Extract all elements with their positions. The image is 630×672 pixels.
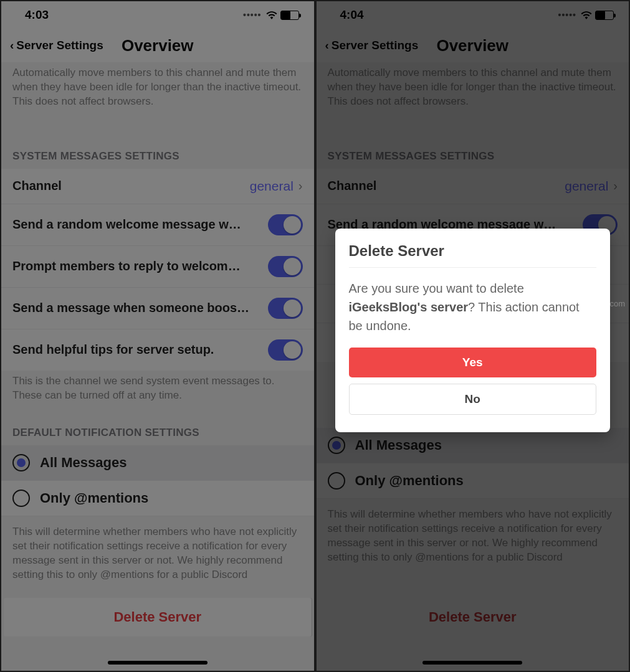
button-label: No [465,392,480,405]
notif-help-text: This will determine whether members who … [1,516,314,592]
row-toggle-tips[interactable]: Send helpful tips for server setup. [1,329,314,371]
battery-icon [280,11,299,20]
back-button[interactable]: ‹ Server Settings [10,39,103,52]
delete-server-modal: Delete Server Are you sure you want to d… [335,229,611,432]
back-label: Server Settings [16,39,103,52]
radio-only-mentions[interactable]: Only @mentions [1,481,314,516]
row-toggle-boost[interactable]: Send a message when someone boos… [1,288,314,329]
toggle-switch[interactable] [268,339,303,361]
row-label: Send a message when someone boos… [12,301,268,315]
delete-server-button[interactable]: Delete Server [4,598,312,637]
row-label: Send a random welcome message w… [12,217,268,232]
radio-icon [12,490,30,507]
row-channel[interactable]: Channel general › [1,169,314,204]
modal-body: Are you sure you want to delete iGeeksBl… [349,279,597,335]
radio-label: All Messages [40,455,126,471]
row-toggle-welcome[interactable]: Send a random welcome message w… [1,204,314,246]
radio-label: Only @mentions [40,490,148,506]
row-value: general › [250,179,303,194]
toggle-switch[interactable] [268,256,303,277]
cell-dots: ••••• [243,10,262,20]
radio-all-messages[interactable]: All Messages [1,445,314,481]
row-toggle-prompt[interactable]: Prompt members to reply to welcom… [1,246,314,288]
phone-right: 4:04 ••••• ‹ Server Settings Overview Au… [315,0,631,672]
toggle-switch[interactable] [268,214,303,235]
toggle-switch[interactable] [268,298,303,319]
divider [349,267,597,268]
wifi-icon [265,11,278,19]
row-label: Send helpful tips for server setup. [12,343,268,357]
watermark: www.deuaq.com [566,299,625,308]
button-label: Yes [462,356,483,369]
phone-left: 4:03 ••••• ‹ Server Settings Overview Au… [0,0,315,672]
modal-body-prefix: Are you sure you want to delete [349,282,524,295]
delete-label: Delete Server [113,609,201,625]
modal-body-bold: iGeeksBlog's server [349,300,469,314]
status-right: ••••• [243,10,299,20]
navbar: ‹ Server Settings Overview [1,29,314,62]
modal-no-button[interactable]: No [349,384,597,415]
chevron-right-icon: › [298,179,303,193]
chevron-left-icon: ‹ [10,39,14,52]
status-bar: 4:03 ••••• [1,1,314,29]
modal-yes-button[interactable]: Yes [349,348,597,377]
row-label: Prompt members to reply to welcom… [12,259,268,273]
radio-icon [12,454,30,471]
section-notifications: DEFAULT NOTIFICATION SETTINGS [1,413,314,445]
row-label: Channel [12,179,250,193]
afk-help-text: Automatically move members to this chann… [1,62,314,119]
status-time: 4:03 [25,8,49,22]
modal-title: Delete Server [349,242,597,260]
channel-value-text: general [250,179,294,194]
home-indicator [108,661,208,665]
section-system-messages: SYSTEM MESSAGES SETTINGS [1,119,314,169]
content: Automatically move members to this chann… [1,62,314,592]
sysmsg-help-text: This is the channel we send system event… [1,371,314,413]
